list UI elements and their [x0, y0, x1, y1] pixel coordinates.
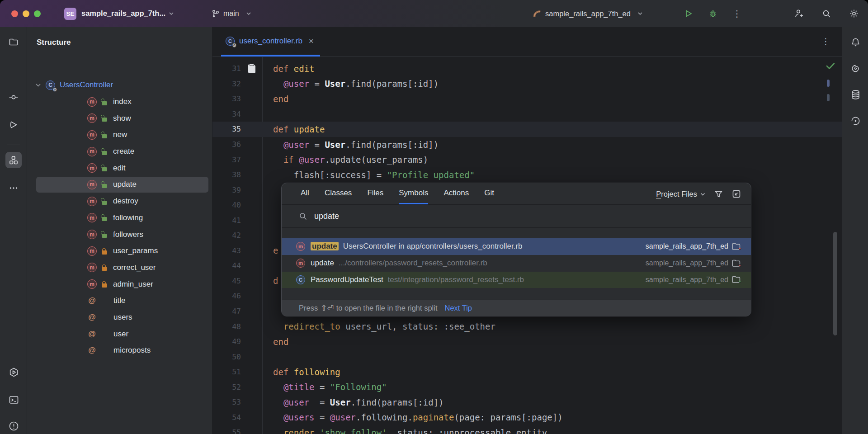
settings-button[interactable]	[848, 8, 860, 19]
project-badge[interactable]: SE	[64, 8, 76, 20]
code-line-48[interactable]: 48 redirect_to users_url, status: :see_o…	[212, 319, 842, 334]
structure-root-usercontroller[interactable]: CUsersController	[27, 77, 212, 94]
ai-assistant-icon	[850, 63, 861, 74]
editor-scrollbar[interactable]	[833, 232, 837, 335]
ruby-method-icon: m	[87, 279, 97, 289]
chevron-down-icon	[35, 83, 41, 87]
search-result-update[interactable]: mupdateUsersController in app/controller…	[282, 238, 751, 255]
code-line-52[interactable]: 52 @title = "Following"	[212, 379, 842, 395]
structure-item-following[interactable]: mfollowing	[27, 210, 212, 226]
structure-item-correct_user[interactable]: mcorrect_user	[27, 259, 212, 276]
popup-tab-all[interactable]: All	[301, 183, 309, 204]
public-lock-icon	[102, 134, 107, 138]
line-number: 44	[212, 261, 241, 270]
window-minimize-button[interactable]	[23, 10, 29, 17]
line-number: 54	[212, 413, 241, 422]
code-line-38[interactable]: 38 flash[:success] = "Profile updated"	[212, 167, 842, 183]
structure-item-label: admin_user	[113, 280, 153, 289]
left-tool-window-bar	[0, 27, 27, 434]
structure-item-new[interactable]: mnew	[27, 127, 212, 143]
line-number: 45	[212, 277, 241, 285]
code-line-49[interactable]: 49end	[212, 334, 842, 349]
next-tip-link[interactable]: Next Tip	[445, 304, 472, 312]
code-line-54[interactable]: 54 @users = @user.following.paginate(pag…	[212, 410, 842, 425]
result-context: test/integration/password_resets_test.rb	[388, 275, 524, 284]
structure-item-edit[interactable]: medit	[27, 160, 212, 176]
code-line-51[interactable]: 51def following	[212, 364, 842, 380]
run-tool-button[interactable]	[5, 117, 22, 133]
search-everywhere-popup: AllClassesFilesSymbolsActionsGit Project…	[281, 183, 751, 316]
popup-tab-git[interactable]: Git	[484, 183, 494, 204]
search-result-PasswordUpdateTest[interactable]: CPasswordUpdateTesttest/integration/pass…	[282, 272, 751, 288]
public-lock-icon	[102, 234, 107, 238]
ellipsis-icon	[9, 183, 19, 193]
popup-tab-files[interactable]: Files	[367, 183, 383, 204]
code-with-me-button[interactable]	[793, 8, 805, 19]
ruby-method-icon: m	[296, 242, 305, 251]
structure-item-show[interactable]: mshow	[27, 110, 212, 127]
structure-item-admin_user[interactable]: madmin_user	[27, 276, 212, 292]
window-close-button[interactable]	[11, 10, 18, 17]
tab-users-controller[interactable]: C users_controller.rb ×	[221, 27, 320, 57]
code-line-35[interactable]: 35def update	[212, 122, 842, 137]
code-line-53[interactable]: 53 @user = User.find(params[:id])	[212, 395, 842, 410]
search-result-update[interactable]: mupdate.../controllers/password_resets_c…	[282, 255, 751, 272]
debug-button[interactable]	[707, 8, 719, 19]
structure-tool-button[interactable]	[5, 152, 22, 168]
project-switcher[interactable]: sample_rails_app_7th...	[81, 9, 174, 18]
structure-item-users[interactable]: @users	[27, 309, 212, 326]
structure-item-followers[interactable]: mfollowers	[27, 226, 212, 243]
project-tool-button[interactable]	[5, 34, 22, 50]
code-text: e	[262, 245, 278, 255]
structure-item-title[interactable]: @title	[27, 292, 212, 309]
spiral-tool-button[interactable]	[847, 113, 863, 129]
code-line-36[interactable]: 36 @user = User.find(params[:id])	[212, 137, 842, 152]
filter-icon[interactable]	[714, 190, 723, 198]
popup-search-field[interactable]: update	[282, 205, 751, 228]
open-in-editor-icon[interactable]	[732, 189, 741, 198]
structure-item-user_params[interactable]: muser_params	[27, 243, 212, 259]
close-tab-icon[interactable]: ×	[309, 36, 314, 46]
structure-item-create[interactable]: mcreate	[27, 143, 212, 160]
git-branch-widget[interactable]: main	[212, 0, 251, 27]
run-configuration-selector[interactable]: sample_rails_app_7th_ed	[532, 0, 643, 27]
structure-item-microposts[interactable]: @microposts	[27, 342, 212, 359]
scope-selector[interactable]: Project Files	[656, 190, 705, 198]
structure-item-destroy[interactable]: mdestroy	[27, 193, 212, 210]
window-zoom-button[interactable]	[34, 10, 41, 17]
code-line-33[interactable]: 33end	[212, 91, 842, 107]
line-number: 40	[212, 201, 241, 209]
search-everywhere-button[interactable]	[821, 8, 832, 19]
database-button[interactable]	[847, 86, 863, 103]
structure-item-label: edit	[113, 164, 125, 173]
run-button[interactable]	[683, 8, 694, 19]
problems-tool-button[interactable]	[5, 418, 22, 434]
notifications-button[interactable]	[847, 34, 863, 50]
structure-item-user[interactable]: @user	[27, 326, 212, 342]
code-line-37[interactable]: 37 if @user.update(user_params)	[212, 152, 842, 167]
code-line-50[interactable]: 50	[212, 349, 842, 364]
popup-tab-symbols[interactable]: Symbols	[399, 183, 428, 204]
code-line-32[interactable]: 32 @user = User.find(params[:id])	[212, 76, 842, 92]
code-text: def update	[262, 124, 325, 134]
clipboard-icon[interactable]	[248, 64, 255, 73]
popup-tab-classes[interactable]: Classes	[325, 183, 352, 204]
code-line-31[interactable]: 31def edit	[212, 61, 842, 76]
more-actions-button[interactable]: ⋮	[731, 8, 743, 19]
ai-assistant-button[interactable]	[847, 60, 863, 76]
rails-icon	[532, 9, 542, 19]
public-lock-icon	[102, 151, 107, 155]
code-line-34[interactable]: 34	[212, 107, 842, 122]
result-context: UsersController in app/controllers/users…	[343, 242, 523, 251]
commit-tool-button[interactable]	[5, 89, 22, 105]
code-line-55[interactable]: 55 render 'show_follow', status: :unproc…	[212, 425, 842, 434]
services-tool-button[interactable]	[5, 364, 22, 380]
tab-options-kebab-icon[interactable]: ⋮	[821, 39, 830, 44]
structure-item-label: microposts	[113, 346, 151, 355]
popup-tab-actions[interactable]: Actions	[443, 183, 469, 204]
structure-root-label: UsersController	[60, 80, 113, 90]
terminal-tool-button[interactable]	[5, 392, 22, 408]
structure-item-update[interactable]: mupdate	[27, 176, 212, 193]
structure-item-index[interactable]: mindex	[27, 94, 212, 110]
more-tool-windows-button[interactable]	[5, 180, 22, 196]
